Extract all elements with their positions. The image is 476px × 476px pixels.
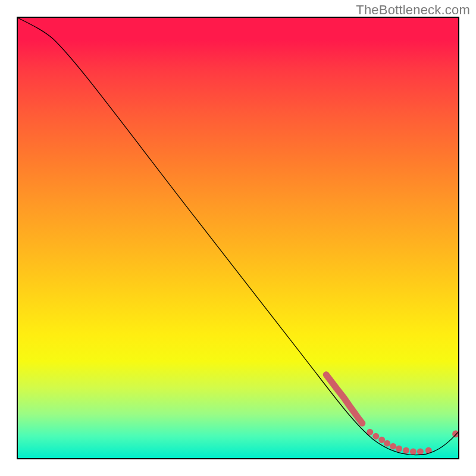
dot bbox=[417, 449, 424, 455]
dot bbox=[410, 449, 416, 455]
dot bbox=[378, 437, 385, 443]
dot bbox=[384, 440, 390, 447]
dot bbox=[396, 446, 402, 452]
watermark-text: TheBottleneck.com bbox=[356, 2, 470, 18]
marker-endpoint bbox=[452, 430, 458, 437]
dot bbox=[403, 447, 409, 454]
plot-area bbox=[17, 17, 459, 459]
bottleneck-curve bbox=[18, 18, 458, 455]
curve-layer bbox=[18, 18, 458, 458]
chart-frame: TheBottleneck.com bbox=[0, 0, 476, 476]
marker-descending-segment bbox=[326, 375, 362, 424]
dot bbox=[372, 433, 379, 440]
dot bbox=[390, 443, 396, 450]
